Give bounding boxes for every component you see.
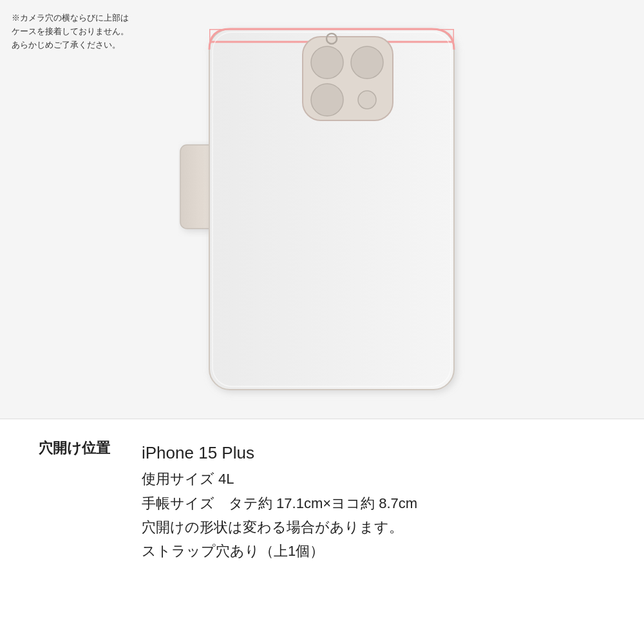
camera-note-line1: ※カメラ穴の横ならびに上部は — [12, 13, 129, 23]
page-container: ※カメラ穴の横ならびに上部は ケースを接着しておりません。 あらかじめご了承くだ… — [0, 0, 644, 644]
camera-note: ※カメラ穴の横ならびに上部は ケースを接着しておりません。 あらかじめご了承くだ… — [12, 12, 129, 52]
info-section: 穴開け位置 iPhone 15 Plus 使用サイズ 4L 手帳サイズ タテ約 … — [0, 419, 644, 644]
info-label: 穴開け位置 — [39, 439, 142, 458]
camera-note-line2: ケースを接着しておりません。 — [12, 26, 129, 36]
info-dimensions: 手帳サイズ タテ約 17.1cm×ヨコ約 8.7cm — [142, 491, 417, 515]
info-row-main: 穴開け位置 iPhone 15 Plus 使用サイズ 4L 手帳サイズ タテ約 … — [39, 439, 605, 564]
info-hole-note: 穴開けの形状は変わる場合があります。 — [142, 515, 417, 539]
case-image-area: ※カメラ穴の横ならびに上部は ケースを接着しておりません。 あらかじめご了承くだ… — [0, 0, 644, 419]
info-device: iPhone 15 Plus — [142, 439, 417, 467]
info-content-block: iPhone 15 Plus 使用サイズ 4L 手帳サイズ タテ約 17.1cm… — [142, 439, 417, 564]
svg-point-9 — [358, 91, 376, 109]
svg-point-8 — [311, 84, 343, 116]
svg-point-7 — [351, 46, 383, 79]
case-illustration — [161, 16, 483, 402]
camera-note-line3: あらかじめご了承ください。 — [12, 40, 120, 50]
svg-point-6 — [311, 46, 343, 79]
info-strap: ストラップ穴あり（上1個） — [142, 539, 417, 563]
info-size: 使用サイズ 4L — [142, 467, 417, 491]
